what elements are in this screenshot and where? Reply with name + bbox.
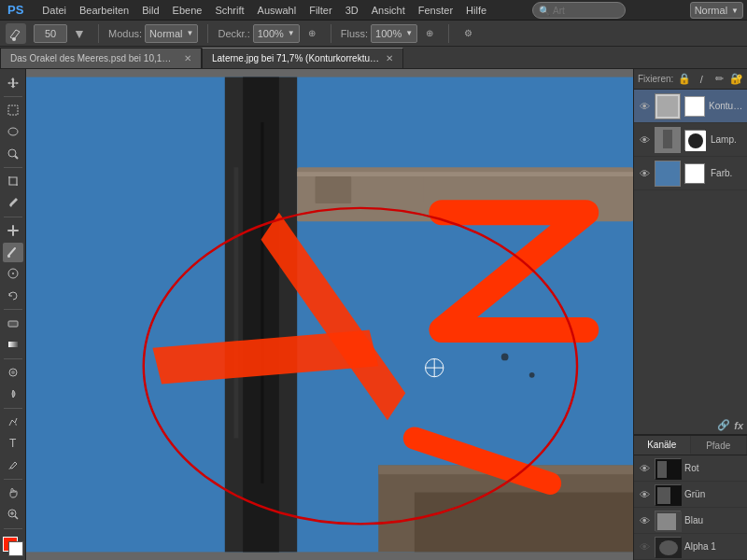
svg-point-3 — [8, 149, 16, 157]
search-input[interactable] — [553, 6, 627, 16]
dodge-tool[interactable] — [3, 385, 23, 404]
canvas-content — [26, 69, 633, 560]
fluss-label: Fluss: — [341, 28, 368, 39]
layer-0-eye[interactable]: 👁 — [638, 100, 651, 113]
menu-schrift[interactable]: Schrift — [215, 5, 244, 16]
brush-tool[interactable] — [3, 243, 23, 262]
quick-select-tool[interactable] — [3, 144, 23, 163]
menu-ebene[interactable]: Ebene — [173, 5, 203, 16]
zoom-tool[interactable] — [3, 505, 23, 525]
svg-rect-48 — [657, 513, 676, 530]
lock-all-icon[interactable]: 🔐 — [729, 72, 743, 87]
lock-image-icon[interactable]: ✏ — [712, 72, 726, 87]
channel-rot-eye[interactable]: 👁 — [638, 462, 651, 475]
fluss-toggle[interactable]: ⊕ — [420, 24, 439, 43]
layer-1-eye[interactable]: 👁 — [638, 133, 651, 147]
tool-sep-7 — [4, 479, 22, 480]
color-swatch[interactable] — [3, 537, 23, 556]
menu-fenster[interactable]: Fenster — [418, 5, 453, 16]
svg-rect-1 — [8, 105, 18, 115]
svg-point-2 — [8, 128, 18, 135]
text-tool[interactable]: T — [3, 434, 23, 454]
link-icon[interactable]: 🔗 — [717, 419, 730, 431]
hand-tool[interactable] — [3, 483, 23, 503]
channel-alpha1[interactable]: 👁 Alpha 1 — [634, 534, 747, 560]
crop-tool[interactable] — [3, 172, 23, 191]
tab-kanaele[interactable]: Kanäle — [634, 436, 691, 455]
layer-2-thumb — [655, 161, 681, 187]
options-bar: 50 ▼ Modus: Normal ▼ Deckr.: 100% ▼ ⊕ Fl… — [0, 21, 747, 47]
brush-size-value[interactable]: 50 — [34, 24, 67, 43]
tab-1[interactable]: Laterne.jpg bei 71,7% (Konturkorrektur, … — [202, 48, 403, 68]
eyedropper-tool[interactable] — [3, 193, 23, 213]
layer-row-1[interactable]: 👁 Lamp. — [634, 123, 747, 157]
canvas-area[interactable] — [26, 69, 633, 560]
menu-bearbeiten[interactable]: Bearbeiten — [79, 5, 129, 16]
fluss-dropdown[interactable]: 100% ▼ — [371, 24, 417, 43]
menu-hilfe[interactable]: Hilfe — [466, 5, 486, 16]
svg-rect-46 — [657, 487, 670, 504]
lasso-tool[interactable] — [3, 122, 23, 142]
gradient-tool[interactable] — [3, 335, 23, 355]
channel-rot[interactable]: 👁 Rot — [634, 455, 747, 482]
move-tool[interactable] — [3, 73, 23, 92]
svg-point-5 — [7, 255, 10, 258]
background-color[interactable] — [8, 541, 23, 556]
history-brush-tool[interactable] — [3, 286, 23, 305]
menu-bild[interactable]: Bild — [142, 5, 159, 16]
clone-tool[interactable] — [3, 264, 23, 284]
channel-blau[interactable]: 👁 Blau — [634, 508, 747, 534]
brush-settings-icon[interactable]: ⚙ — [458, 24, 477, 43]
channel-blau-eye[interactable]: 👁 — [638, 514, 651, 527]
blur-tool[interactable] — [3, 363, 23, 383]
svg-rect-39 — [663, 130, 672, 148]
options-sep-4 — [448, 24, 449, 43]
layer-0-thumb — [655, 93, 681, 119]
menu-auswahl[interactable]: Auswahl — [258, 5, 297, 16]
eraser-tool[interactable] — [3, 314, 23, 333]
svg-point-50 — [659, 540, 678, 555]
path-selection-tool[interactable] — [3, 455, 23, 475]
tool-sep-3 — [4, 217, 22, 217]
lock-position-icon[interactable]: 🔒 — [677, 72, 691, 87]
healing-tool[interactable] — [3, 221, 23, 241]
menu-filter[interactable]: Filter — [309, 5, 331, 16]
channel-gruen-name: Grün — [684, 489, 743, 499]
normal-dropdown-top[interactable]: Normal ▼ — [690, 2, 743, 19]
brush-tool-indicator[interactable] — [6, 23, 26, 44]
layers-section: 👁 Konturkorr. 👁 — [634, 90, 747, 416]
channel-gruen[interactable]: 👁 Grün — [634, 482, 747, 508]
layer-2-eye[interactable]: 👁 — [638, 167, 651, 180]
fx-icon[interactable]: fx — [734, 420, 743, 431]
menu-bar: PS Datei Bearbeiten Bild Ebene Schrift A… — [0, 0, 747, 21]
layer-row-0[interactable]: 👁 Konturkorr. — [634, 90, 747, 123]
deckraft-dropdown[interactable]: 100% ▼ — [253, 24, 300, 43]
tab-1-close[interactable]: ✕ — [386, 53, 393, 63]
svg-rect-44 — [657, 461, 667, 478]
options-sep-3 — [331, 24, 331, 43]
tab-pfade[interactable]: Pfade — [691, 436, 748, 455]
svg-rect-26 — [370, 178, 424, 201]
menu-3d[interactable]: 3D — [345, 5, 359, 16]
lock-transparency-icon[interactable]: / — [695, 72, 709, 87]
deckraft-label: Deckr.: — [218, 28, 249, 39]
svg-point-34 — [501, 354, 509, 361]
deckraft-toggle[interactable]: ⊕ — [303, 24, 321, 43]
search-bar[interactable]: 🔍 — [532, 2, 626, 19]
layer-0-name: Konturkorr. — [709, 101, 743, 111]
pen-tool[interactable] — [3, 413, 23, 432]
channel-alpha1-thumb — [655, 537, 681, 557]
svg-rect-22 — [261, 122, 263, 483]
brush-size-dropdown[interactable]: ▼ — [70, 24, 89, 43]
svg-point-35 — [529, 372, 535, 378]
svg-point-11 — [11, 371, 15, 374]
layer-row-2[interactable]: 👁 Farb. — [634, 157, 747, 190]
fixieren-bar: Fixieren: 🔒 / ✏ 🔐 — [634, 69, 747, 90]
menu-ansicht[interactable]: Ansicht — [372, 5, 405, 16]
tab-0-close[interactable]: ✕ — [184, 53, 191, 63]
menu-datei[interactable]: Datei — [42, 5, 66, 16]
rect-select-tool[interactable] — [3, 101, 23, 120]
tab-0[interactable]: Das Orakel des Meeres.psd bei 10,1% (Hin… — [0, 48, 202, 68]
modus-dropdown[interactable]: Normal ▼ — [145, 24, 198, 43]
channel-gruen-eye[interactable]: 👁 — [638, 488, 651, 501]
